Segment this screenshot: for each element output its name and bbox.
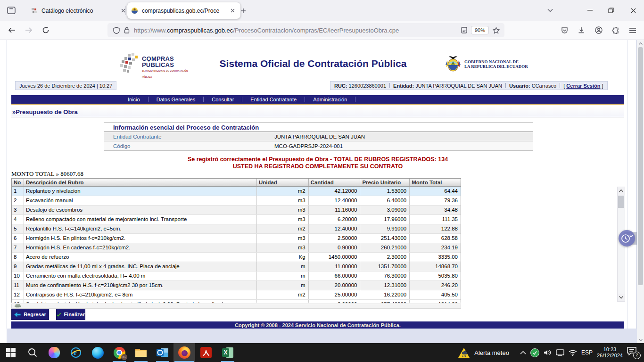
menu-item-datos-generales[interactable]: Datos Generales: [149, 97, 204, 102]
taskbar-firefox-button[interactable]: [173, 343, 195, 362]
table-scroll-thumb[interactable]: [618, 196, 624, 208]
taskbar-chrome-button[interactable]: G: [108, 343, 130, 362]
regresar-button[interactable]: Regresar: [11, 309, 49, 320]
tab-close-icon[interactable]: [119, 7, 127, 15]
wifi-icon[interactable]: [569, 350, 577, 356]
table-cell: 657.43000: [360, 300, 410, 303]
back-button[interactable]: [6, 24, 18, 36]
zoom-level-badge[interactable]: 90%: [471, 26, 489, 34]
notification-center-button[interactable]: 2: [627, 347, 639, 358]
taskbar-edge-button[interactable]: [87, 343, 108, 362]
taskbar-search-button[interactable]: [22, 343, 43, 362]
menu-item-consultar[interactable]: Consultar: [204, 97, 242, 102]
account-icon[interactable]: [592, 24, 605, 36]
table-row[interactable]: 7Hormigón H.S. En cadenas f-c=210kg/cm2.…: [12, 243, 461, 253]
forward-button[interactable]: [23, 24, 35, 36]
menu-item-administración[interactable]: Administración: [305, 97, 355, 102]
weather-alert-icon[interactable]: [458, 347, 470, 358]
taskbar-copilot-button[interactable]: [43, 343, 65, 362]
firefox-icon: [178, 346, 190, 359]
table-row[interactable]: 4Relleno compactado con material de mejo…: [12, 215, 461, 224]
downloads-icon[interactable]: [575, 24, 588, 36]
tab-list-dropdown-button[interactable]: [543, 5, 557, 16]
table-cell: 12: [12, 290, 24, 299]
tab-close-icon[interactable]: [228, 7, 237, 15]
table-cell: 42.12000: [309, 187, 361, 196]
taskbar-ie-button[interactable]: e: [65, 343, 87, 362]
tray-expand-chevron-icon[interactable]: [520, 351, 526, 354]
usuario-value: CCarrasco: [532, 83, 557, 89]
table-row[interactable]: 6Hormigón H.S. En plintos f-c=210kg/cm2.…: [12, 234, 461, 243]
table-row[interactable]: 2Excavación manualm312.400006.4000079.36: [12, 196, 461, 206]
bookmark-star-icon[interactable]: [493, 27, 500, 34]
table-row[interactable]: 8Acero de refuerzoKg1450.000002.30000333…: [12, 253, 461, 262]
budget-table-body: 1Replanteo y nivelacionm242.120001.53000…: [11, 187, 461, 303]
menu-item-entidad-contratante[interactable]: Entidad Contratante: [242, 97, 305, 102]
volume-icon[interactable]: [544, 349, 552, 356]
browser-scrollbar[interactable]: [637, 40, 644, 343]
table-cell: 5: [12, 224, 24, 233]
table-cell: 76.30000: [360, 272, 410, 280]
table-scroll-down-button[interactable]: [618, 294, 625, 301]
lock-icon[interactable]: [124, 27, 130, 33]
table-row[interactable]: 10Cerramiento con malla electrosoldada, …: [12, 272, 461, 281]
taskbar-acrobat-button[interactable]: [195, 343, 217, 362]
start-button[interactable]: [0, 343, 22, 362]
browser-scroll-down-button[interactable]: [637, 337, 644, 343]
new-tab-button[interactable]: [238, 5, 249, 16]
tracking-shield-icon[interactable]: [113, 27, 120, 34]
taskbar-file-explorer-button[interactable]: [130, 343, 152, 362]
logout-link[interactable]: Cerrar Sesión: [566, 83, 600, 89]
table-row[interactable]: 5Replantillo H.S. f-c=140kg/cm2, e=5cm.m…: [12, 224, 461, 234]
antivirus-tray-icon[interactable]: [530, 348, 539, 357]
print-icon[interactable]: [15, 304, 21, 308]
column-header: No: [12, 179, 24, 186]
table-row[interactable]: 11Muro de confinamiento H.S. f-c=210kg/c…: [12, 281, 461, 290]
language-indicator[interactable]: ESP: [581, 349, 593, 356]
extensions-icon[interactable]: [609, 24, 622, 36]
chrome-profile-badge: G: [121, 354, 127, 360]
reload-button[interactable]: [40, 24, 52, 36]
weather-label[interactable]: Alerta méteo: [474, 349, 509, 356]
table-row[interactable]: 9Gradas metálicas de 11,00 ml x 4 gradas…: [12, 262, 461, 272]
table-cell: 0.90000: [309, 243, 361, 252]
finalizar-button[interactable]: Finalizar: [56, 309, 85, 320]
table-row[interactable]: 3Desalojo de escombrosm311.160003.090003…: [12, 206, 461, 215]
tab-compraspublicas[interactable]: compraspublicas.gob.ec/Proce: [127, 2, 240, 19]
clock-wings-badge[interactable]: [619, 230, 635, 247]
taskbar-excel-button[interactable]: X: [217, 343, 239, 362]
window-minimize-button[interactable]: [583, 5, 597, 16]
window-close-button[interactable]: [626, 5, 640, 16]
table-row[interactable]: 1Replanteo y nivelacionm242.120001.53000…: [12, 187, 461, 196]
cast-display-icon[interactable]: [556, 349, 564, 356]
info-value: MCO-GADPRSJP-2024-001: [274, 143, 343, 149]
table-cell: 2.50000: [309, 234, 361, 243]
browser-scroll-thumb[interactable]: [638, 47, 643, 285]
column-header: Descripción del Rubro: [24, 179, 257, 186]
window-restore-button[interactable]: [604, 5, 618, 16]
table-cell: 1450.00000: [309, 253, 361, 262]
tab-catalogo-electronico[interactable]: Catálogo electrónico: [27, 3, 131, 18]
menu-item-inicio[interactable]: Inicio: [120, 97, 148, 102]
confirmation-message-line2: USTED HA REGISTRADO COMPLETAMENTE SU CON…: [11, 163, 624, 170]
browser-scroll-up-button[interactable]: [637, 40, 644, 47]
table-row[interactable]: 12Contrapisos de H.S. f-c=210kg/cm2. e= …: [12, 290, 461, 300]
url-bar[interactable]: https://www.compraspublicas.gob.ec/Proce…: [107, 23, 504, 37]
pocket-icon[interactable]: [558, 24, 571, 36]
table-cell: 17.96000: [360, 215, 410, 224]
table-cell: m2: [257, 187, 309, 196]
reader-mode-icon[interactable]: [461, 27, 467, 33]
table-row[interactable]: 13Suministro e instalación de tubería de…: [12, 300, 461, 303]
table-cell: 12.31000: [360, 281, 410, 290]
app-menu-icon[interactable]: [626, 24, 639, 36]
table-scroll-up-button[interactable]: [618, 187, 625, 195]
table-cell: 2.30000: [360, 253, 410, 262]
table-cell: 16.22000: [360, 290, 410, 299]
firefox-view-button[interactable]: [5, 4, 18, 16]
file-explorer-icon: [135, 347, 147, 358]
table-cell: 13: [12, 300, 24, 303]
clock[interactable]: 10:23 26/12/2024: [597, 346, 623, 359]
entidad-label: Entidad:: [393, 83, 414, 89]
column-header: Monto Total: [410, 179, 461, 186]
taskbar-outlook-button[interactable]: [152, 343, 173, 362]
